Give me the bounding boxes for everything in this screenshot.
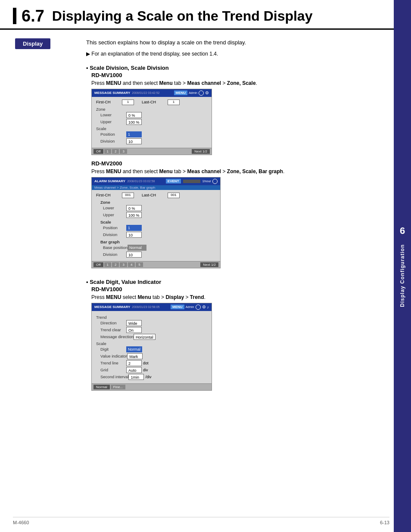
screen2-firstch-label: First-CH [96, 193, 118, 197]
screen2-position-val: 1 [126, 225, 142, 231]
screen2-scale-label: Scale [100, 220, 216, 224]
screen2-date: 2008/01/23 03:02:58 [127, 180, 155, 183]
screen1-division-val: 10 [126, 138, 142, 144]
screen3-trendline-row: Trend line 2 dot [96, 360, 207, 366]
screen3-header: MESSAGE SUMMARY 2008/01/23 02:58:05 MENU… [92, 303, 212, 311]
screen2-tab-label: Meas channel > Zone, Scale, Bar graph [94, 186, 155, 190]
screen3-trend-label: Trend [96, 315, 207, 320]
footer-right: 6-13 [380, 520, 389, 525]
screen1-footer: Off 1 2 3 Next 1/2 [92, 148, 212, 155]
screen3-grid-row: Grid Auto div [96, 367, 207, 373]
screen3-valueindicator-row: Value indicator Mark [96, 353, 207, 359]
screen1-btn-off[interactable]: Off [93, 149, 103, 154]
screen3-menu: MENU [171, 305, 184, 309]
screen2-bdiv-val: 10 [126, 252, 142, 258]
screen2-btn-next[interactable]: Next 1/2 [200, 262, 218, 267]
section1-heading: Scale Division, Scale Division [86, 65, 398, 71]
screen2-upper-row: Upper 100 % [96, 212, 216, 218]
screen1-upper-label: Upper [96, 119, 126, 124]
screen1-icon-gear: ⚙ [205, 90, 209, 95]
screen2-btn-3[interactable]: 3 [120, 262, 127, 267]
screen-mv1000-zone: MESSAGE SUMMARY 2008/01/22 03:42:52 MENU… [91, 89, 212, 155]
screen3-grid-val: Auto [126, 367, 142, 373]
screen2-bar-label: Bar graph [100, 240, 216, 244]
screen3-btn-normal[interactable]: Normal [93, 385, 110, 389]
display-badge: Display [15, 38, 50, 49]
footer-left: M-4660 [13, 520, 29, 525]
screen3-title: MESSAGE SUMMARY [94, 305, 130, 309]
intro-line2: ▶ For an explanation of the trend displa… [86, 51, 398, 57]
screen1-position-row: Position 1 [96, 131, 207, 137]
screen2-ch-row: First-CH 001 Last-CH 001 [96, 193, 216, 198]
screen3-msgdir-val: Horizontal [134, 334, 156, 340]
screen1-position-val: 1 [126, 131, 142, 137]
screen2-bdiv-label: Division [96, 252, 126, 257]
screen3-header-left: MESSAGE SUMMARY 2008/01/23 02:58:05 [94, 305, 160, 309]
screen2-lastch-val: 001 [168, 193, 180, 198]
screen2-header-right: EVENT 1hour [166, 179, 218, 184]
instruction2: Press MENU and then select Menu tab > Me… [91, 168, 398, 174]
screen3-icon-circle [196, 305, 201, 310]
screen3-secint-val: 1min [128, 374, 144, 380]
screen1-btn-3[interactable]: 3 [120, 149, 127, 154]
screen3-icon-sound: ♪ [207, 305, 209, 309]
screen1-date: 2008/01/22 03:42:52 [132, 91, 159, 94]
screen1-lower-row: Lower 0 % [96, 112, 207, 118]
model2-heading: RD-MV2000 [91, 160, 398, 167]
screen2-lower-val: 0 % [126, 205, 142, 211]
screen3-trendline-val: 2 [126, 360, 142, 366]
screen1-header-right: MENU Admin ⚙ [174, 90, 209, 96]
screen1-upper-row: Upper 100 % [96, 119, 207, 125]
screen3-body: Trend Direction Wide Trend clear On Mess… [92, 311, 212, 383]
screen1-btn-next[interactable]: Next 1/2 [192, 149, 210, 154]
screen3-footer: Normal Fine... [92, 383, 212, 390]
screen3-btn-fine[interactable]: Fine... [111, 385, 125, 389]
chapter-number: 6.7 [13, 8, 44, 24]
screen1-btn-1[interactable]: 1 [104, 149, 111, 154]
screen2-lower-row: Lower 0 % [96, 205, 216, 211]
screen3-grid-unit: div [143, 368, 148, 372]
screen1-position-label: Position [96, 132, 126, 137]
screen3-trendclear-label: Trend clear [96, 327, 126, 332]
screen3-secint-row: Second interval 1min /div [96, 374, 207, 380]
screen2-btn-4[interactable]: 4 [128, 262, 135, 267]
screen1-lastch-label: Last-CH [142, 100, 164, 104]
screen3-valueindicator-label: Value indicator [96, 354, 127, 358]
screen3-valueindicator-val: Mark [127, 353, 143, 359]
screen-mv2000-zone: ALARM SUMMARY 2008/01/23 03:02:58 EVENT … [91, 177, 221, 268]
page-footer: M-4660 6-13 [13, 517, 389, 525]
screen1-btn-2[interactable]: 2 [112, 149, 119, 154]
page-container: 6.7 Displaying a Scale on the Trend Disp… [0, 0, 411, 532]
model1-heading: RD-MV1000 [91, 72, 398, 78]
screen2-btn-1[interactable]: 1 [104, 262, 111, 267]
screen3-header-right: MENU Admin ⚙ ♪ [171, 305, 209, 310]
screen3-trendline-label: Trend line [96, 361, 126, 365]
screen3-digit-row: Digit Normal [96, 346, 207, 352]
screen1-division-row: Division 10 [96, 138, 207, 144]
screen3-secint-unit: /div [145, 375, 151, 379]
screen2-event: EVENT [166, 179, 181, 184]
screen2-position-row: Position 1 [96, 225, 216, 231]
screen1-lastch-val: 1 [168, 100, 180, 105]
screen1-division-label: Division [96, 139, 126, 143]
section2-model1: RD-MV1000 [91, 286, 398, 292]
screen2-upper-label: Upper [96, 212, 126, 217]
screen2-division-row: Division 10 [96, 232, 216, 238]
screen3-admin: Admin [186, 305, 194, 308]
screen2-zone-label: Zone [100, 200, 216, 205]
screen3-digit-val: Normal [126, 346, 142, 352]
screen2-bdiv-row: Division 10 [96, 252, 216, 258]
screen2-division-val: 10 [126, 232, 142, 238]
screen2-tab-bar: Meas channel > Zone, Scale, Bar graph [92, 185, 220, 190]
chapter-header: 6.7 Displaying a Scale on the Trend Disp… [0, 0, 411, 30]
screen2-position-label: Position [96, 225, 126, 230]
screen2-btn-5[interactable]: 5 [136, 262, 143, 267]
screen1-ch-row: First-CH 1 Last-CH 1 [96, 100, 207, 105]
screen3-trendline-unit: dot [143, 361, 149, 365]
screen1-lower-val: 0 % [126, 112, 142, 118]
screen3-direction-label: Direction [96, 320, 126, 325]
screen2-btn-2[interactable]: 2 [112, 262, 119, 267]
screen3-msgdir-row: Message direction Horizontal [96, 334, 207, 340]
screen2-title: ALARM SUMMARY [94, 179, 125, 183]
screen2-btn-off[interactable]: Off [93, 262, 103, 267]
